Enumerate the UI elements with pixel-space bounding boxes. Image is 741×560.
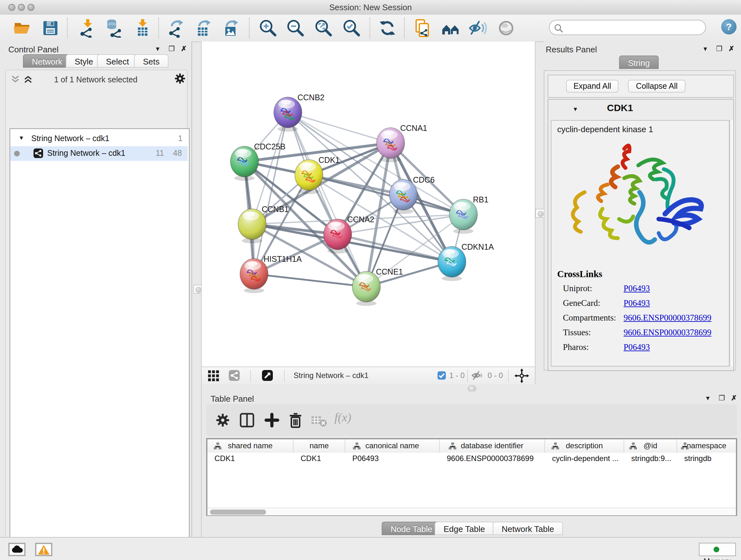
tree-expander-icon[interactable]: ▼	[18, 135, 24, 141]
results-panel-close-icon[interactable]: ✗	[727, 45, 736, 53]
horizontal-divider-grip[interactable]	[468, 385, 476, 392]
tab-network-table[interactable]: Network Table	[493, 522, 563, 535]
database-icon	[104, 18, 123, 38]
zoom-out-button[interactable]	[286, 18, 305, 38]
show-all-networks-button[interactable]	[441, 18, 460, 38]
column-header-description[interactable]: description	[545, 439, 624, 453]
node-HIST1H1A[interactable]	[240, 259, 268, 293]
collapse-all-button[interactable]: Collapse All	[628, 80, 685, 92]
scrollbar-thumb[interactable]	[210, 509, 266, 515]
network-canvas[interactable]: CCNB2CCNA1CDC25BCDK1CDC6RB1CCNB1CCNA2CDK…	[202, 42, 536, 367]
table-cell[interactable]: stringdb:9...	[624, 454, 677, 465]
show-columns-icon[interactable]	[239, 413, 255, 428]
network-row[interactable]: String Network – cdk1 11 48	[10, 146, 188, 161]
cloud-status-button[interactable]	[8, 543, 25, 556]
copy-network-to-clipboard-button[interactable]	[413, 18, 432, 38]
table-cell[interactable]: stringdb	[677, 454, 736, 465]
memory-button[interactable]: Memory	[699, 543, 736, 556]
results-scrollbar[interactable]	[730, 120, 733, 367]
create-column-plus-icon[interactable]	[264, 413, 280, 428]
open-session-button[interactable]	[13, 18, 32, 38]
show-hidden-button[interactable]	[496, 18, 516, 38]
column-header-shared-name[interactable]: shared name	[207, 439, 293, 453]
control-panel-menu-icon[interactable]: ▾	[153, 45, 162, 53]
hidden-eye-slash-icon[interactable]	[472, 370, 483, 381]
gene-expander-icon[interactable]: ▼	[572, 106, 578, 112]
column-type-icon	[214, 442, 221, 449]
column-header-canonical-name[interactable]: canonical name	[345, 439, 440, 453]
tab-sets[interactable]: Sets	[134, 54, 169, 68]
grid-view-icon[interactable]	[208, 370, 219, 381]
expand-all-button[interactable]: Expand All	[566, 80, 618, 92]
table-panel-float-icon[interactable]: ❐	[718, 394, 726, 402]
import-network-button[interactable]	[78, 18, 97, 38]
node-CDKN1A[interactable]	[438, 246, 466, 281]
table-cell[interactable]: CDK1	[293, 454, 345, 465]
hide-selected-button[interactable]	[468, 18, 488, 38]
results-panel-float-icon[interactable]: ❐	[715, 45, 724, 53]
column-header-id[interactable]: @id	[624, 439, 677, 453]
export-network-button[interactable]	[166, 18, 186, 38]
node-CCNA1[interactable]	[377, 128, 405, 162]
crosslink-genecard-link[interactable]: P06493	[623, 298, 650, 308]
birds-eye-view-icon[interactable]	[262, 370, 273, 381]
table-horizontal-scrollbar[interactable]	[207, 508, 736, 515]
refresh-view-button[interactable]	[378, 18, 397, 38]
node-CCNE1[interactable]	[352, 271, 381, 306]
zoom-fit-button[interactable]	[314, 18, 333, 38]
edge-CDK1-RB1[interactable]	[309, 175, 463, 214]
column-type-icon	[629, 442, 637, 449]
column-header-database-identifier[interactable]: database identifier	[440, 439, 545, 453]
table-cell[interactable]: CDK1	[207, 454, 293, 465]
tab-style[interactable]: Style	[66, 54, 102, 68]
crosslink-pharos-link[interactable]: P06493	[623, 342, 650, 353]
selected-checkbox-icon[interactable]	[437, 371, 446, 380]
function-builder-icon[interactable]: f(x)	[334, 411, 351, 425]
results-divider-grip[interactable]	[536, 209, 544, 218]
control-panel-close-icon[interactable]: ✗	[179, 45, 188, 53]
delete-column-trash-icon[interactable]	[288, 412, 303, 428]
network-view-icon[interactable]	[228, 370, 240, 381]
table-cell[interactable]: cyclin-dependent ...	[545, 454, 624, 465]
node-CDC25B[interactable]	[230, 146, 259, 181]
table-panel-menu-icon[interactable]: ▾	[703, 394, 712, 402]
edge-HIST1H1A-CCNE1[interactable]	[254, 274, 366, 287]
import-table-button[interactable]	[132, 18, 151, 38]
export-image-button[interactable]	[221, 18, 241, 38]
tab-select[interactable]: Select	[97, 54, 138, 68]
network-options-gear-icon[interactable]	[174, 73, 186, 84]
column-header-namespace[interactable]: namespace	[677, 439, 736, 453]
import-network-from-database-button[interactable]	[104, 18, 123, 38]
tab-node-table[interactable]: Node Table	[382, 522, 441, 535]
edge-CCNB2-CCNA1[interactable]	[288, 112, 391, 143]
crosslink-uniprot-link[interactable]: P06493	[623, 284, 650, 294]
tab-string[interactable]: String	[619, 56, 659, 69]
edge-CCNB2-HIST1H1A[interactable]	[254, 112, 288, 274]
toolbar-search	[549, 20, 706, 35]
zoom-in-button[interactable]	[259, 18, 278, 38]
tab-edge-table[interactable]: Edge Table	[434, 522, 494, 535]
search-input[interactable]	[566, 22, 703, 35]
crosslink-tissues-link[interactable]: 9606.ENSP00000378699	[623, 327, 711, 338]
node-CCNB2[interactable]	[274, 97, 302, 132]
help-button[interactable]: ?	[721, 19, 737, 35]
hidden-count: 0 - 0	[488, 371, 503, 380]
results-panel-menu-icon[interactable]: ▾	[701, 45, 710, 53]
table-panel-close-icon[interactable]: ✗	[730, 394, 738, 402]
control-panel-float-icon[interactable]: ❐	[167, 45, 176, 53]
fit-selected-crosshair-icon[interactable]	[515, 368, 529, 383]
gene-section: ▼ CDK1 cyclin-dependent kinase 1	[548, 99, 734, 371]
zoom-selected-button[interactable]	[342, 18, 361, 38]
table-cell[interactable]: 9606.ENSP00000378699	[440, 454, 545, 465]
save-session-button[interactable]	[41, 18, 60, 38]
warning-status-button[interactable]	[35, 543, 52, 556]
column-header-name[interactable]: name	[293, 439, 345, 453]
network-collection-row[interactable]: ▼ String Network – cdk1 1	[10, 132, 188, 146]
node-RB1[interactable]	[449, 199, 477, 234]
table-cell[interactable]: P06493	[345, 454, 440, 465]
table-options-gear-icon[interactable]	[216, 413, 230, 427]
tab-network[interactable]: Network	[23, 54, 71, 68]
export-table-button[interactable]	[194, 18, 213, 38]
crosslink-compartments-link[interactable]: 9606.ENSP00000378699	[623, 313, 711, 323]
delete-table-icon[interactable]	[311, 416, 327, 427]
